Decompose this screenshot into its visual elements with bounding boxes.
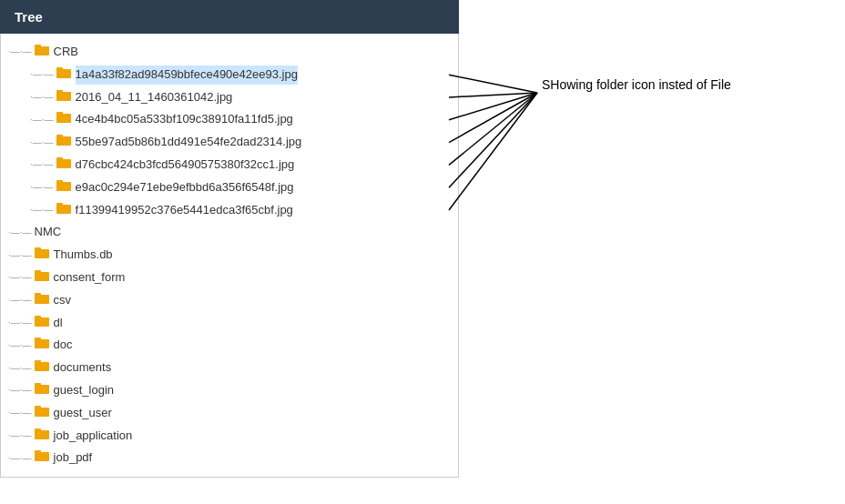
tree-connector: ·—·— <box>8 338 32 353</box>
tree-connector: ·—·— <box>30 136 54 150</box>
list-item[interactable]: ·—·— consent_form <box>1 267 458 289</box>
svg-rect-15 <box>56 203 63 207</box>
svg-rect-33 <box>35 428 41 432</box>
folder-icon <box>56 201 71 220</box>
item-label: job_application <box>54 427 133 446</box>
tree-connector: ·—·— <box>8 293 32 307</box>
item-label: csv <box>54 291 72 310</box>
tree-panel: ·—·— CRB·—·— 1a4a33f82ad98459bbfece490e4… <box>0 34 459 478</box>
folder-icon <box>56 110 71 129</box>
svg-rect-13 <box>56 180 63 184</box>
folder-icon <box>56 178 71 197</box>
list-item[interactable]: ·—·— Thumbs.db <box>1 244 458 267</box>
list-item[interactable]: ·—·— guest_login <box>1 379 458 402</box>
main-container: Tree ·—·— CRB·—·— 1a4a33f82ad98459bbfece… <box>0 0 845 504</box>
item-label: f11399419952c376e5441edca3f65cbf.jpg <box>76 201 293 220</box>
item-label: 4ce4b4bc05a533bf109c38910fa11fd5.jpg <box>76 110 293 129</box>
svg-rect-1 <box>35 45 41 48</box>
item-label: guest_login <box>54 381 115 400</box>
annotation-label: SHowing folder icon insted of File <box>542 77 731 92</box>
svg-line-41 <box>449 93 537 187</box>
panel-title: Tree <box>15 9 43 25</box>
list-item[interactable]: ·—·— job_application <box>1 425 458 448</box>
list-item[interactable]: ·—·— e9ac0c294e71ebe9efbbd6a356f6548f.jp… <box>1 176 458 199</box>
svg-rect-29 <box>35 383 41 387</box>
tree-connector: ·—·— <box>8 316 32 330</box>
svg-rect-27 <box>35 360 41 364</box>
folder-icon <box>35 291 49 310</box>
list-item[interactable]: ·—·— documents <box>1 357 458 379</box>
svg-line-42 <box>449 93 537 210</box>
folder-icon <box>35 246 49 265</box>
folder-icon <box>35 314 49 333</box>
list-item[interactable]: ·—·— csv <box>1 289 458 312</box>
panel-header: Tree <box>0 0 459 34</box>
list-item[interactable]: ·—·— guest_user <box>1 402 458 425</box>
svg-rect-21 <box>35 293 41 297</box>
svg-rect-31 <box>35 406 41 409</box>
svg-rect-17 <box>35 247 41 251</box>
tree-connector: ·—·— <box>30 113 54 127</box>
item-label: dl <box>54 314 63 333</box>
item-label: NMC <box>35 223 62 242</box>
list-item[interactable]: ·—·— dl <box>1 312 458 335</box>
item-label: d76cbc424cb3fcd56490575380f32cc1.jpg <box>76 156 295 175</box>
tree-connector: ·—·— <box>8 226 32 240</box>
list-item[interactable]: ·—·— job_pdf <box>1 447 458 469</box>
list-item[interactable]: ·—·— 1a4a33f82ad98459bbfece490e42ee93.jp… <box>1 64 458 86</box>
list-item[interactable]: ·—·—NMC <box>1 221 458 244</box>
item-label: doc <box>54 336 73 355</box>
tree-connector: ·—·— <box>30 180 54 195</box>
item-label: 1a4a33f82ad98459bbfece490e42ee93.jpg <box>76 66 298 85</box>
svg-rect-7 <box>56 112 63 116</box>
item-label: job_pdf <box>54 449 93 468</box>
svg-rect-25 <box>35 338 41 341</box>
svg-rect-5 <box>56 90 63 94</box>
svg-line-36 <box>449 75 537 93</box>
tree-connector: ·—·— <box>30 203 54 217</box>
folder-icon <box>35 43 49 62</box>
folder-icon <box>56 66 71 85</box>
item-label: e9ac0c294e71ebe9efbbd6a356f6548f.jpg <box>76 178 294 197</box>
tree-connector: ·—·— <box>8 45 32 59</box>
list-item[interactable]: ·—·— doc <box>1 334 458 357</box>
folder-icon <box>35 427 49 446</box>
item-label: 55be97ad5b86b1dd491e54fe2dad2314.jpg <box>76 133 302 152</box>
tree-connector: ·—·— <box>30 90 54 105</box>
list-item[interactable]: ·—·— 55be97ad5b86b1dd491e54fe2dad2314.jp… <box>1 131 458 154</box>
svg-line-37 <box>449 93 537 97</box>
folder-icon <box>35 268 49 287</box>
item-label: guest_user <box>54 404 112 423</box>
list-item[interactable]: ·—·— d76cbc424cb3fcd56490575380f32cc1.jp… <box>1 154 458 176</box>
tree-connector: ·—·— <box>8 428 32 443</box>
item-label: 2016_04_11_1460361042.jpg <box>76 88 233 107</box>
folder-icon <box>35 381 49 400</box>
tree-connector: ·—·— <box>30 67 54 82</box>
svg-line-38 <box>449 93 537 120</box>
svg-line-39 <box>449 93 537 143</box>
svg-line-40 <box>449 93 537 165</box>
svg-rect-23 <box>35 316 41 319</box>
list-item[interactable]: ·—·— f11399419952c376e5441edca3f65cbf.jp… <box>1 199 458 222</box>
svg-rect-3 <box>56 67 63 71</box>
svg-rect-19 <box>35 270 41 274</box>
svg-rect-9 <box>56 135 63 138</box>
tree-connector: ·—·— <box>8 248 32 263</box>
item-label: consent_form <box>54 268 126 287</box>
tree-connector: ·—·— <box>30 157 54 172</box>
item-label: documents <box>54 358 112 378</box>
list-item[interactable]: ·—·— 2016_04_11_1460361042.jpg <box>1 86 458 109</box>
tree-connector: ·—·— <box>8 383 32 398</box>
tree-connector: ·—·— <box>8 270 32 285</box>
list-item[interactable]: ·—·— CRB <box>1 41 458 64</box>
folder-icon <box>35 336 49 355</box>
folder-icon <box>35 404 49 423</box>
tree-connector: ·—·— <box>8 361 32 376</box>
list-item[interactable]: ·—·— 4ce4b4bc05a533bf109c38910fa11fd5.jp… <box>1 108 458 131</box>
tree-connector: ·—·— <box>8 451 32 466</box>
folder-icon <box>56 133 71 152</box>
item-label: Thumbs.db <box>54 246 113 265</box>
folder-icon <box>35 358 49 378</box>
svg-rect-35 <box>35 450 41 454</box>
folder-icon <box>35 449 49 468</box>
